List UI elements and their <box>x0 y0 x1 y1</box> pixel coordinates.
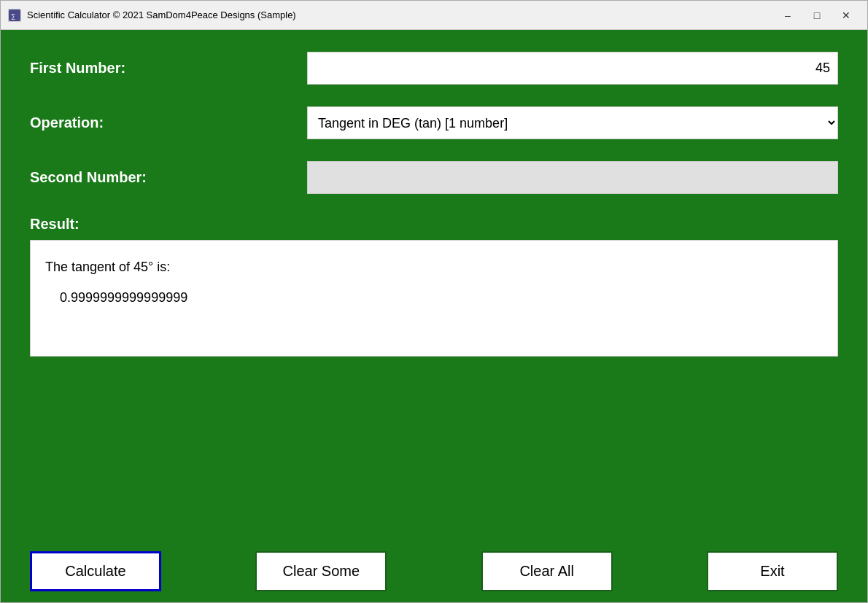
result-box: The tangent of 45° is: 0.999999999999999… <box>30 240 838 357</box>
first-number-row: First Number: <box>30 52 838 85</box>
minimize-button[interactable]: – <box>774 5 802 26</box>
result-label: Result: <box>30 216 838 233</box>
first-number-label: First Number: <box>30 60 307 77</box>
first-number-input[interactable] <box>307 52 838 85</box>
calculate-button[interactable]: Calculate <box>30 551 161 591</box>
svg-text:∑: ∑ <box>11 12 15 20</box>
maximize-button[interactable]: □ <box>803 5 831 26</box>
main-content: First Number: Operation: Addition (+) [2… <box>1 30 867 540</box>
second-number-input <box>307 161 838 194</box>
main-window: ∑ Scientific Calculator © 2021 SamDom4Pe… <box>0 0 868 603</box>
second-number-row: Second Number: <box>30 161 838 194</box>
button-row: Calculate Clear Some Clear All Exit <box>1 540 867 602</box>
close-button[interactable]: ✕ <box>832 5 860 26</box>
clear-all-button[interactable]: Clear All <box>481 551 613 591</box>
title-bar: ∑ Scientific Calculator © 2021 SamDom4Pe… <box>1 1 867 30</box>
second-number-label: Second Number: <box>30 169 307 186</box>
operation-row: Operation: Addition (+) [2 numbers] Subt… <box>30 106 838 139</box>
app-icon: ∑ <box>8 9 21 22</box>
operation-label: Operation: <box>30 114 307 131</box>
operation-select[interactable]: Addition (+) [2 numbers] Subtraction (-)… <box>307 106 838 139</box>
exit-button[interactable]: Exit <box>707 551 838 591</box>
title-bar-left: ∑ Scientific Calculator © 2021 SamDom4Pe… <box>8 9 296 22</box>
window-title: Scientific Calculator © 2021 SamDom4Peac… <box>27 9 296 20</box>
title-bar-buttons: – □ ✕ <box>774 5 860 26</box>
result-line2: 0.9999999999999999 <box>60 286 823 309</box>
result-line1: The tangent of 45° is: <box>45 255 823 279</box>
clear-some-button[interactable]: Clear Some <box>255 551 387 591</box>
